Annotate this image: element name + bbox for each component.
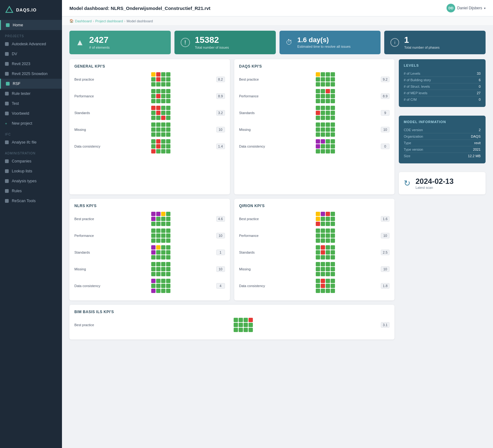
kpi-row: Data consistency: [74, 279, 225, 293]
dot: [161, 106, 165, 110]
sidebar-item-revit2023[interactable]: Revit 2023: [0, 59, 62, 69]
dot: [316, 111, 320, 115]
project-icon: [5, 112, 9, 115]
elements-label: # of elements: [89, 46, 110, 49]
dot: [321, 267, 325, 271]
sidebar-item-newproject[interactable]: + New project: [0, 118, 62, 128]
dot: [316, 106, 320, 110]
kpi-score: 3.1: [381, 322, 390, 328]
dot: [166, 94, 170, 98]
dot: [321, 132, 325, 137]
dot: [161, 89, 165, 93]
sidebar-item-revit2025[interactable]: Revit 2025 Snowdon: [0, 69, 62, 79]
dot: [151, 149, 156, 153]
sidebar-item-rescantools[interactable]: ReScan Tools: [0, 196, 62, 206]
dot: [166, 144, 170, 149]
sidebar-item-analyseifc[interactable]: Analyse ifc file: [0, 137, 62, 147]
info-value: DAQS: [471, 135, 481, 138]
home-icon: [6, 23, 10, 27]
kpi-row: Standards 9: [239, 106, 390, 120]
dot: [151, 233, 156, 238]
dot: [321, 77, 325, 82]
dot: [321, 228, 325, 233]
kpi-row: Standards 1: [74, 245, 225, 259]
info-value: 0: [479, 98, 481, 101]
sidebar-item-ruletester[interactable]: Rule tester: [0, 89, 62, 99]
dot: [331, 262, 335, 266]
sidebar-item-companies[interactable]: Companies: [0, 156, 62, 166]
dot: [166, 279, 170, 283]
info-value: revit: [474, 141, 481, 145]
kpi-label: Data consistency: [74, 144, 105, 148]
dot: [316, 233, 320, 238]
dot: [316, 212, 320, 216]
dot: [326, 267, 330, 271]
dot: [161, 238, 165, 243]
sidebar-item-label: Test: [12, 101, 19, 106]
dot: [166, 233, 170, 238]
sidebar-item-home[interactable]: Home: [0, 20, 62, 30]
info-row-struct: # of Struct. levels 0: [404, 83, 481, 90]
sidebar-item-label: Rule tester: [12, 91, 30, 96]
dot: [156, 127, 161, 132]
dot: [161, 132, 165, 137]
nlrs-kpi-card: NLRS KPI'S Best practice: [69, 199, 230, 300]
dot: [166, 255, 170, 259]
sidebar-item-label: Lookup lists: [12, 169, 32, 173]
dot: [331, 245, 335, 250]
kpi-label: Performance: [239, 94, 270, 98]
stat-card-time: ⏱ 1.6 day(s) Estimated time to resolve a…: [280, 31, 381, 54]
sidebar-item-label: Voorbeeld: [12, 111, 29, 116]
dot: [326, 262, 330, 266]
sidebar-item-test[interactable]: Test: [0, 99, 62, 109]
breadcrumb-sep2: ›: [124, 19, 125, 23]
kpi-row: Missing 10: [74, 262, 225, 276]
kpi-score: 9.2: [381, 77, 390, 82]
sidebar-item-lookup[interactable]: Lookup lists: [0, 166, 62, 176]
sidebar-item-voorbeeld[interactable]: Voorbeeld: [0, 109, 62, 118]
dot: [166, 149, 170, 153]
project-icon: [5, 102, 9, 105]
breadcrumb-project[interactable]: Project dashboard: [95, 19, 123, 23]
dot: [331, 284, 335, 288]
dot: [151, 72, 156, 77]
kpi-row: Best practice: [74, 318, 390, 332]
sidebar-item-label: Autodesk Advanced: [12, 42, 46, 46]
dot: [321, 255, 325, 259]
admin-section-label: ADMINISTRATION: [0, 147, 62, 156]
breadcrumb-dashboard[interactable]: Dashboard: [75, 19, 92, 23]
dot: [166, 212, 170, 216]
user-menu[interactable]: DD Daniel Dijsbers ▾: [447, 4, 486, 12]
scan-label: Latest scan: [416, 186, 454, 189]
dot: [156, 233, 161, 238]
dashboard-body: ▲ 2427 # of elements ! 15382 Total numbe…: [62, 26, 493, 349]
kpi-dots: [151, 72, 170, 86]
dot: [321, 284, 325, 288]
dot: [166, 139, 170, 144]
kpi-score: 10: [216, 233, 225, 238]
stat-card-issues: ! 15382 Total number of issues: [174, 31, 276, 54]
issues-value: 15382: [195, 36, 229, 44]
kpi-dots: [316, 228, 335, 243]
info-row-size: Size 12.2 MB: [404, 153, 481, 159]
dot: [321, 250, 325, 255]
dot: [166, 132, 170, 137]
dot: [161, 82, 165, 86]
dot: [326, 149, 330, 153]
sidebar-item-analysistypes[interactable]: Analysis types: [0, 176, 62, 186]
rules-icon: [5, 189, 9, 193]
dot: [316, 132, 320, 137]
dot: [331, 279, 335, 283]
dot: [166, 222, 170, 226]
dot: [156, 212, 161, 216]
time-label: Estimated time to resolve all issues: [297, 45, 351, 48]
dot: [151, 228, 156, 233]
dot: [331, 94, 335, 98]
dot: [326, 77, 330, 82]
issues-icon: !: [181, 38, 190, 47]
sidebar-item-dv[interactable]: DV: [0, 49, 62, 59]
sidebar-item-rules[interactable]: Rules: [0, 186, 62, 196]
sidebar-item-rsf[interactable]: RSF: [0, 79, 62, 89]
home-icon-small: 🏠: [69, 19, 74, 23]
sidebar-item-autodesk[interactable]: Autodesk Advanced: [0, 39, 62, 49]
